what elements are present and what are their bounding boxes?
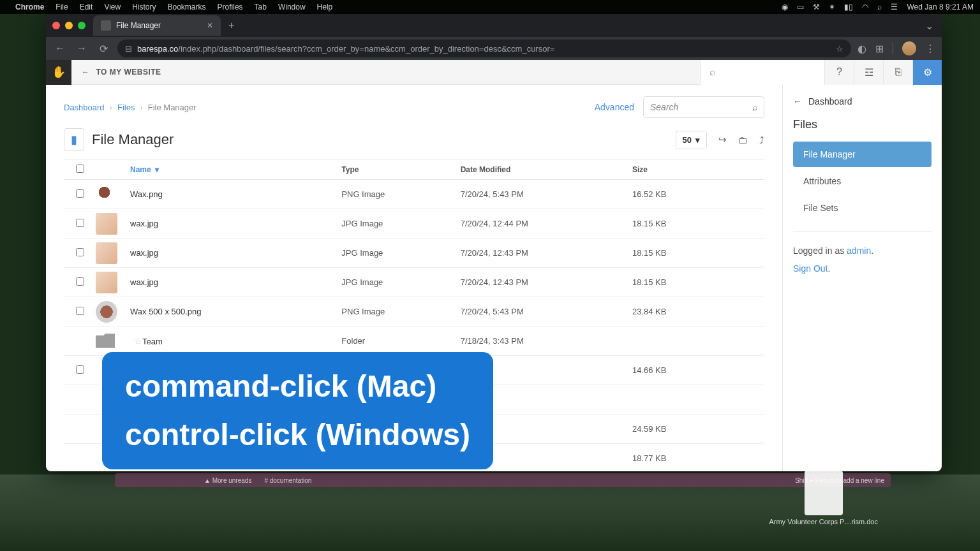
tip-line-2: control-click (Windows) [125,412,470,458]
divider [893,43,893,54]
row-checkbox[interactable] [76,189,84,198]
sidebar-item-attributes[interactable]: Attributes [793,168,932,194]
bluetooth-icon[interactable]: ✶ [829,3,835,11]
table-header-row: Name ▾ Type Date Modified Size [64,159,764,180]
screen-icon[interactable]: ▭ [797,3,804,11]
app-logo[interactable]: ✋ [46,60,71,85]
row-checkbox[interactable] [76,365,84,374]
row-checkbox[interactable] [76,307,84,315]
spotlight-icon[interactable]: ⌕ [877,3,882,11]
close-tab-button[interactable]: ✕ [207,21,213,30]
file-size: 18.15 KB [632,248,764,258]
file-date: 7/20/24, 12:43 PM [461,248,632,258]
help-button[interactable]: ? [824,60,854,85]
file-type: JPG Image [341,219,460,228]
logged-in-user-link[interactable]: admin [847,246,871,256]
to-my-website-link[interactable]: ← TO MY WEBSITE [71,68,172,77]
menu-view[interactable]: View [104,3,121,11]
menu-profiles[interactable]: Profiles [218,3,243,11]
menu-history[interactable]: History [132,3,156,11]
sign-out-link[interactable]: Sign Out [793,263,828,274]
file-date: 7/20/24, 5:43 PM [461,307,632,316]
status-icon[interactable]: ◉ [782,3,788,11]
right-sidebar: ← Dashboard Files File Manager Attribute… [782,85,942,471]
file-type: JPG Image [341,248,460,258]
sidebar-title: Files [793,118,932,131]
control-center-icon[interactable]: ☰ [891,3,898,11]
column-type[interactable]: Type [341,165,460,174]
menu-bookmarks[interactable]: Bookmarks [168,3,206,11]
menu-window[interactable]: Window [278,3,306,11]
breadcrumb: Dashboard › Files › File Manager Advance… [64,96,764,118]
logged-in-text: Logged in as [793,246,847,256]
clipboard-button[interactable]: ⎘ [883,60,912,85]
search-icon[interactable]: ⌕ [752,102,757,112]
doc-file-name: Army Volunteer Corps P…rism.doc [769,518,878,525]
topbar-search[interactable]: ⌕ [700,60,824,85]
url-path: /index.php/dashboard/files/search?ccm_or… [178,44,554,54]
sort-caret-icon: ▾ [155,165,159,174]
table-row[interactable]: Wax.png PNG Image 7/20/24, 5:43 PM 16.52… [64,180,764,209]
tab-bar: File Manager ✕ + ⌄ [46,14,942,37]
back-button[interactable]: ← [52,43,68,54]
table-row[interactable]: wax.jpg JPG Image 7/20/24, 12:43 PM 18.1… [64,239,764,268]
profile-avatar[interactable] [902,41,916,55]
file-size: 23.84 KB [632,307,764,316]
window-minimize-button[interactable] [65,22,73,29]
battery-icon[interactable]: ▮▯ [844,3,853,11]
select-all-checkbox[interactable] [76,165,84,173]
favorite-star-icon[interactable]: ☆ [134,336,142,346]
tool-icon[interactable]: ⚒ [813,3,820,11]
window-maximize-button[interactable] [78,22,85,29]
table-row[interactable]: wax.jpg JPG Image 7/20/24, 12:44 PM 18.1… [64,209,764,239]
upload-icon[interactable]: ⤴ [759,135,764,145]
file-size: 18.15 KB [632,219,764,228]
site-info-icon[interactable]: ⊟ [125,44,132,54]
forward-button[interactable]: → [74,43,89,54]
page-size-selector[interactable]: 50 ▾ [676,131,707,149]
clock[interactable]: Wed Jan 8 9:21 AM [907,3,974,11]
settings-sliders-button[interactable]: ⚙ [912,60,942,85]
bookmark-star-icon[interactable]: ☆ [836,44,843,54]
extensions-button[interactable]: ⊞ [875,43,884,55]
bookmark-ribbon-icon[interactable]: ▮ [64,128,84,151]
row-checkbox[interactable] [76,248,84,256]
column-date[interactable]: Date Modified [461,165,632,174]
extension-icon-1[interactable]: ◐ [858,43,866,55]
app-menu[interactable]: Chrome [15,3,44,11]
reload-button[interactable]: ⟳ [96,43,111,55]
row-checkbox[interactable] [76,219,84,227]
column-name[interactable]: Name ▾ [128,165,341,174]
new-folder-icon[interactable]: 🗀 [738,135,748,145]
column-size[interactable]: Size [632,165,764,174]
new-tab-button[interactable]: + [228,20,234,31]
browser-tab[interactable]: File Manager ✕ [93,15,221,36]
menu-tab[interactable]: Tab [255,3,267,11]
share-icon[interactable]: ↪ [718,134,727,145]
advanced-search-link[interactable]: Advanced [595,102,634,112]
file-type: PNG Image [341,189,460,199]
window-close-button[interactable] [52,22,60,29]
row-checkbox[interactable] [76,277,84,286]
sidebar-back-link[interactable]: ← Dashboard [793,96,932,107]
menu-file[interactable]: File [56,3,68,11]
chrome-menu-button[interactable]: ⋮ [925,43,935,55]
sidebar-item-file-manager[interactable]: File Manager [793,142,932,167]
address-bar[interactable]: ⊟ barespa.co/index.php/dashboard/files/s… [117,40,851,57]
sidebar-item-file-sets[interactable]: File Sets [793,195,932,221]
menu-help[interactable]: Help [317,3,333,11]
list-button[interactable]: ☲ [854,60,883,85]
table-row[interactable]: wax.jpg JPG Image 7/20/24, 12:43 PM 18.1… [64,268,764,297]
file-name: wax.jpg [130,248,158,258]
tab-title: File Manager [116,21,161,30]
search-input[interactable]: Search ⌕ [643,96,764,118]
tab-overflow-button[interactable]: ⌄ [923,19,935,32]
wifi-icon[interactable]: ◠ [862,3,868,11]
breadcrumb-files[interactable]: Files [117,103,135,112]
breadcrumb-dashboard[interactable]: Dashboard [64,103,105,112]
menu-edit[interactable]: Edit [80,3,93,11]
file-size: 24.59 KB [632,424,764,434]
file-size: 18.15 KB [632,277,764,287]
table-row[interactable]: Wax 500 x 500.png PNG Image 7/20/24, 5:4… [64,297,764,327]
desktop-file[interactable]: Army Volunteer Corps P…rism.doc [769,471,878,525]
